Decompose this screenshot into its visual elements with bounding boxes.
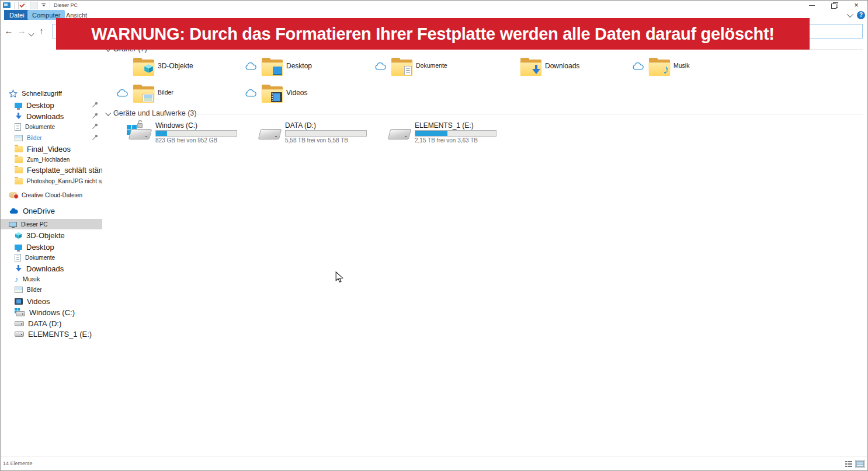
cloud-status-icon (373, 58, 388, 71)
drive-info: Windows (C:) 823 GB frei von 952 GB (155, 122, 237, 145)
forward-button[interactable]: → (16, 25, 27, 37)
sidebar-item-label: Photoshop_KannJPG nicht speichern (27, 178, 102, 184)
view-toggles (843, 460, 865, 468)
folder-tile-pictures[interactable]: Bilder (114, 85, 238, 106)
up-button[interactable]: ↑ (36, 25, 47, 37)
cloud-status-icon (114, 85, 130, 97)
sidebar-item-documents-pc[interactable]: Dokumente (1, 252, 102, 263)
sidebar-item-creative-cloud[interactable]: Creative Cloud-Dateien (1, 190, 102, 200)
sidebar-item-downloads-pc[interactable]: Downloads (1, 263, 102, 274)
folder-tile-videos[interactable]: Videos (243, 85, 367, 106)
folder-tile-documents[interactable]: Dokumente (373, 58, 497, 79)
folder-icon: ♪ (649, 58, 670, 76)
sidebar-item-videos[interactable]: Videos (1, 296, 102, 306)
sidebar-item-label: Dieser PC (21, 221, 48, 228)
drives-section-header[interactable]: Geräte und Laufwerke (3) (106, 109, 196, 117)
drives-section-label: Geräte und Laufwerke (3) (113, 109, 196, 117)
sidebar-item-pictures-pc[interactable]: Bilder (1, 284, 102, 295)
folder-tile-desktop[interactable]: Desktop (243, 58, 367, 79)
drive-icon (15, 332, 24, 337)
document-icon (15, 254, 21, 261)
free-space-text: 2,15 TB frei von 3,63 TB (415, 137, 497, 144)
close-button[interactable]: × (845, 1, 867, 10)
sidebar-item-this-pc[interactable]: Dieser PC (1, 219, 102, 229)
status-bar: 14 Elemente (1, 456, 867, 470)
sidebar-item-label: Downloads (26, 264, 64, 273)
lock-icon (136, 120, 144, 128)
sidebar-item-onedrive[interactable]: OneDrive (1, 205, 102, 216)
drive-icon (386, 122, 412, 143)
sidebar-item-label: Zum_Hochladen (27, 156, 70, 163)
folder-name: Bilder (158, 85, 173, 96)
pin-icon[interactable] (92, 102, 98, 108)
properties-icon[interactable] (18, 2, 26, 9)
sidebar-item-desktop[interactable]: Desktop (1, 100, 102, 110)
free-space-text: 823 GB frei von 952 GB (155, 137, 237, 144)
music-note-icon: ♪ (15, 275, 19, 283)
sidebar-item-drive-c[interactable]: Windows (C:) (1, 307, 102, 318)
maximize-button[interactable] (823, 1, 845, 10)
sidebar-item-drive-e[interactable]: ELEMENTS_1 (E:) (1, 329, 102, 339)
ribbon-right-controls: ? (847, 11, 865, 19)
collapse-ribbon-icon[interactable] (847, 11, 853, 17)
sidebar-item-label: Festplatte_schläft ständig (27, 166, 102, 175)
windows-drive-icon (127, 122, 152, 143)
back-button[interactable]: ← (3, 25, 15, 37)
sidebar-item-label: Creative Cloud-Dateien (22, 192, 82, 198)
sidebar-item-label: Desktop (26, 101, 54, 110)
pin-icon[interactable] (92, 123, 98, 130)
recent-locations-icon[interactable] (29, 31, 34, 37)
pin-icon[interactable] (92, 113, 98, 119)
download-icon (532, 65, 541, 75)
sidebar-item-documents[interactable]: Dokumente (1, 121, 102, 132)
tab-file[interactable]: Datei (4, 10, 30, 20)
thumbnail-view-button[interactable] (855, 460, 865, 468)
drive-tile-c[interactable]: Windows (C:) 823 GB frei von 952 GB (127, 122, 251, 145)
sidebar-item-desktop-pc[interactable]: Desktop (1, 242, 102, 252)
help-button[interactable]: ? (857, 11, 865, 19)
sidebar-item-photoshop[interactable]: Photoshop_KannJPG nicht speichern (1, 176, 102, 186)
sidebar-item-label: Downloads (26, 112, 64, 121)
onedrive-icon (9, 208, 19, 214)
new-folder-icon[interactable] (30, 2, 38, 9)
creative-cloud-icon (9, 192, 18, 198)
quick-access-toolbar: Dieser PC (3, 1, 78, 9)
folder-tile-3d-objects[interactable]: 3D-Objekte (114, 58, 238, 79)
folder-tile-music[interactable]: ♪ Musik (630, 58, 754, 79)
sidebar-item-label: 3D-Objekte (26, 231, 65, 240)
customize-toolbar-icon[interactable] (41, 3, 46, 8)
folder-icon (15, 167, 23, 173)
sidebar-item-pictures[interactable]: Bilder (1, 132, 102, 143)
desktop-icon (273, 67, 282, 75)
folder-name: Videos (286, 85, 307, 97)
capacity-bar (415, 130, 497, 137)
sidebar-item-music[interactable]: ♪ Musik (1, 274, 102, 284)
folder-icon (15, 146, 23, 152)
video-icon (271, 92, 282, 102)
sidebar-item-festplatte[interactable]: Festplatte_schläft ständig (1, 165, 102, 175)
3d-cube-icon (15, 232, 22, 239)
folder-tile-downloads[interactable]: Downloads (502, 58, 626, 79)
sidebar-item-label: Bilder (27, 135, 42, 141)
sidebar-item-quick-access[interactable]: Schnellzugriff (1, 88, 102, 99)
chevron-down-icon (105, 110, 111, 116)
windows-drive-icon (15, 309, 25, 316)
sidebar-item-final-videos[interactable]: Final_Videos (1, 144, 102, 154)
thumbnail-view-icon (856, 461, 864, 467)
sidebar-item-zum-hochladen[interactable]: Zum_Hochladen (1, 154, 102, 165)
sidebar-item-label: Dokumente (25, 124, 55, 130)
desktop-icon (15, 103, 22, 108)
minimize-button[interactable] (801, 1, 823, 10)
sidebar-item-drive-d[interactable]: DATA (D:) (1, 318, 102, 329)
details-view-button[interactable] (843, 460, 853, 468)
file-list-area: Ordner (7) 3D-Objekte Desktop Dokumente (102, 43, 867, 457)
sidebar-item-3d-objects[interactable]: 3D-Objekte (1, 230, 102, 240)
drive-name: ELEMENTS_1 (E:) (415, 122, 497, 130)
drive-tile-e[interactable]: ELEMENTS_1 (E:) 2,15 TB frei von 3,63 TB (386, 122, 510, 145)
divider (14, 2, 15, 9)
sidebar-item-downloads[interactable]: Downloads (1, 111, 102, 121)
folder-name: 3D-Objekte (158, 58, 193, 70)
pin-icon[interactable] (92, 134, 98, 141)
drive-tile-d[interactable]: DATA (D:) 5,58 TB frei von 5,58 TB (256, 122, 380, 145)
folder-icon (15, 178, 23, 184)
